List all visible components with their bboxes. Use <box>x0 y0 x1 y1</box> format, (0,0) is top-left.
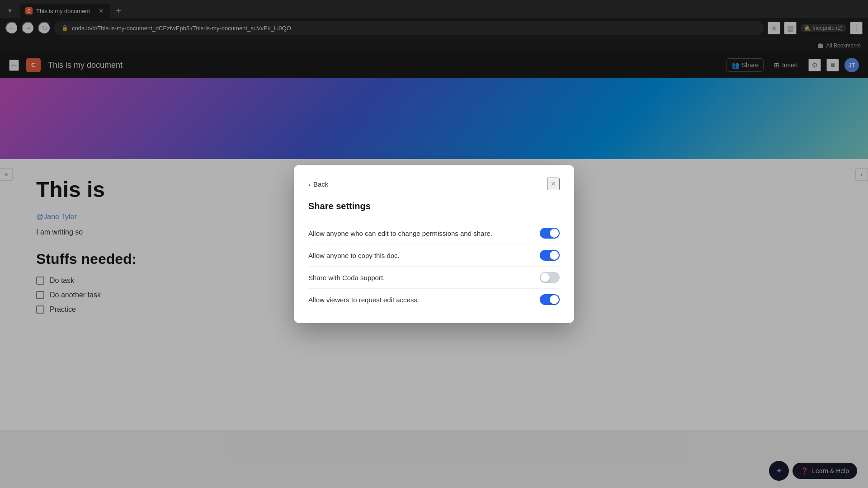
toggle-1[interactable] <box>540 228 560 239</box>
share-settings-modal: ‹ Back × Share settings Allow anyone who… <box>294 165 574 323</box>
modal-back-button[interactable]: ‹ Back <box>308 180 328 188</box>
modal-close-button[interactable]: × <box>547 178 560 190</box>
toggle-2[interactable] <box>540 250 560 261</box>
modal-overlay: ‹ Back × Share settings Allow anyone who… <box>0 0 868 488</box>
toggle-knob-2 <box>550 251 559 260</box>
close-icon: × <box>551 179 556 189</box>
settings-label-4: Allow viewers to request edit access. <box>308 296 419 304</box>
modal-title: Share settings <box>308 201 560 211</box>
settings-row-3: Share with Coda support. <box>308 267 560 289</box>
settings-label-2: Allow anyone to copy this doc. <box>308 252 400 259</box>
toggle-4[interactable] <box>540 294 560 305</box>
toggle-knob-1 <box>550 229 559 238</box>
toggle-knob-3 <box>541 273 550 282</box>
settings-label-1: Allow anyone who can edit to change perm… <box>308 230 492 237</box>
settings-row-4: Allow viewers to request edit access. <box>308 289 560 310</box>
chevron-left-icon: ‹ <box>308 180 311 188</box>
modal-back-label: Back <box>313 180 328 188</box>
toggle-3[interactable] <box>540 272 560 283</box>
settings-row-2: Allow anyone to copy this doc. <box>308 244 560 267</box>
settings-list: Allow anyone who can edit to change perm… <box>308 222 560 310</box>
toggle-knob-4 <box>550 295 559 304</box>
settings-row-1: Allow anyone who can edit to change perm… <box>308 222 560 244</box>
settings-label-3: Share with Coda support. <box>308 274 385 282</box>
